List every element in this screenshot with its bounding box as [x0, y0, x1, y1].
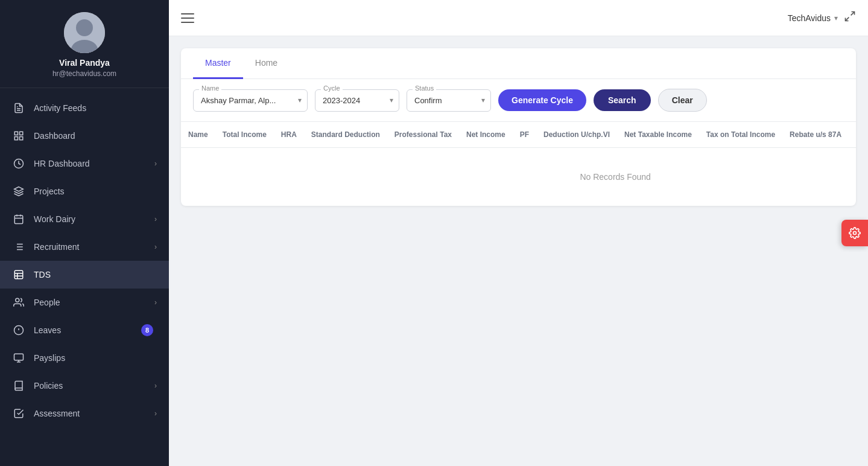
- sidebar-item-label: Leaves: [34, 325, 141, 335]
- no-records-row: No Records Found: [181, 148, 856, 206]
- tds-table: Name Total Income HRA Standard Deduction…: [181, 121, 856, 206]
- policies-icon: [12, 379, 25, 392]
- svg-rect-7: [20, 137, 23, 140]
- sidebar-item-label: Activity Feeds: [34, 103, 157, 113]
- chevron-right-icon: ›: [154, 381, 157, 390]
- svg-rect-21: [14, 270, 23, 279]
- svg-line-32: [851, 12, 855, 16]
- status-filter-label: Status: [413, 85, 436, 92]
- name-select[interactable]: Akshay Parmar, Alp...: [193, 89, 308, 112]
- projects-icon: [12, 185, 25, 198]
- payslips-icon: [12, 351, 25, 365]
- tds-icon: [12, 268, 25, 281]
- chevron-right-icon: ›: [154, 215, 157, 223]
- col-deduction: Deduction U/chp.VI: [536, 122, 617, 148]
- sidebar-item-label: Recruitment: [34, 242, 154, 252]
- col-rebate: Rebate u/s 87A: [782, 122, 849, 148]
- status-select[interactable]: Confirm: [407, 89, 491, 112]
- recruitment-icon: [12, 240, 25, 254]
- chevron-right-icon: ›: [154, 159, 157, 168]
- sidebar-item-label: People: [34, 298, 154, 307]
- content-area: Master Home Name Akshay Parmar, Alp... ▾…: [169, 36, 868, 466]
- user-name: Viral Pandya: [59, 58, 110, 68]
- leaves-badge: 8: [141, 324, 153, 336]
- table-body: No Records Found: [181, 148, 856, 206]
- user-profile-section: Viral Pandya hr@techavidus.com: [0, 0, 169, 88]
- svg-rect-11: [14, 215, 23, 224]
- cycle-select[interactable]: 2023-2024: [315, 89, 399, 112]
- assessment-icon: [12, 407, 25, 420]
- topbar-right: TechAvidus ▾: [788, 10, 856, 25]
- sidebar: Viral Pandya hr@techavidus.com Activity …: [0, 0, 169, 466]
- sidebar-item-hr-dashboard[interactable]: HR Dashboard ›: [0, 150, 169, 177]
- svg-point-34: [854, 232, 857, 235]
- tab-home[interactable]: Home: [243, 48, 290, 79]
- fullscreen-button[interactable]: [844, 10, 856, 25]
- col-pf: PF: [513, 122, 536, 148]
- svg-rect-6: [20, 132, 23, 135]
- leaves-icon: [12, 324, 25, 337]
- avatar: [64, 12, 105, 53]
- sidebar-item-dashboard[interactable]: Dashboard: [0, 122, 169, 150]
- svg-line-33: [846, 18, 849, 21]
- hr-dashboard-icon: [12, 157, 25, 170]
- sidebar-item-policies[interactable]: Policies ›: [0, 372, 169, 400]
- sidebar-item-work-dairy[interactable]: Work Dairy ›: [0, 205, 169, 233]
- topbar-left: [181, 13, 194, 23]
- sidebar-item-tds[interactable]: TDS: [0, 261, 169, 289]
- generate-cycle-button[interactable]: Generate Cycle: [498, 89, 586, 111]
- tds-table-wrapper: Name Total Income HRA Standard Deduction…: [181, 121, 856, 206]
- sidebar-item-payslips[interactable]: Payslips: [0, 344, 169, 372]
- col-name: Name: [181, 122, 215, 148]
- chevron-right-icon: ›: [154, 409, 157, 418]
- hamburger-button[interactable]: [181, 13, 194, 23]
- tabs: Master Home: [181, 48, 856, 79]
- col-ec-shec: EC/SHEC: [849, 122, 856, 148]
- user-email: hr@techavidus.com: [52, 69, 116, 78]
- dashboard-icon: [12, 129, 25, 142]
- tab-master[interactable]: Master: [193, 48, 243, 79]
- svg-rect-8: [14, 137, 17, 140]
- chevron-down-icon: ▾: [834, 14, 838, 22]
- sidebar-item-label: HR Dashboard: [34, 159, 154, 168]
- name-filter-field: Name Akshay Parmar, Alp... ▾: [193, 89, 308, 112]
- company-selector[interactable]: TechAvidus ▾: [788, 13, 838, 23]
- chevron-right-icon: ›: [154, 298, 157, 307]
- col-standard-deduction: Standard Deduction: [304, 122, 387, 148]
- settings-icon: [849, 227, 861, 239]
- sidebar-item-label: Payslips: [34, 353, 157, 363]
- sidebar-item-recruitment[interactable]: Recruitment ›: [0, 233, 169, 261]
- sidebar-item-people[interactable]: People ›: [0, 289, 169, 316]
- svg-marker-10: [14, 187, 24, 192]
- sidebar-item-projects[interactable]: Projects: [0, 177, 169, 205]
- table-header: Name Total Income HRA Standard Deduction…: [181, 122, 856, 148]
- clear-button[interactable]: Clear: [658, 89, 707, 112]
- sidebar-item-activity-feeds[interactable]: Activity Feeds: [0, 94, 169, 122]
- col-tax-on-total-income: Tax on Total Income: [699, 122, 782, 148]
- sidebar-item-label: Dashboard: [34, 131, 157, 141]
- activity-icon: [12, 101, 25, 115]
- col-professional-tax: Professional Tax: [387, 122, 459, 148]
- col-total-income: Total Income: [215, 122, 274, 148]
- search-button[interactable]: Search: [594, 89, 651, 111]
- filter-bar: Name Akshay Parmar, Alp... ▾ Cycle 2023-…: [181, 79, 856, 121]
- svg-rect-29: [14, 354, 24, 360]
- col-net-taxable-income: Net Taxable Income: [617, 122, 699, 148]
- topbar: TechAvidus ▾: [169, 0, 868, 36]
- main-content: TechAvidus ▾ Master Home Name: [169, 0, 868, 466]
- cycle-filter-field: Cycle 2023-2024 ▾: [315, 89, 399, 112]
- sidebar-item-leaves[interactable]: Leaves 8: [0, 316, 169, 344]
- sidebar-item-label: Work Dairy: [34, 214, 154, 224]
- svg-point-25: [16, 298, 19, 302]
- sidebar-item-label: Assessment: [34, 409, 154, 418]
- sidebar-item-assessment[interactable]: Assessment ›: [0, 400, 169, 427]
- tds-card: Master Home Name Akshay Parmar, Alp... ▾…: [181, 48, 856, 206]
- company-name: TechAvidus: [788, 13, 831, 23]
- settings-fab[interactable]: [841, 220, 868, 246]
- people-icon: [12, 296, 25, 309]
- col-hra: HRA: [274, 122, 304, 148]
- sidebar-item-label: TDS: [34, 270, 157, 279]
- name-filter-label: Name: [199, 85, 221, 92]
- svg-point-1: [76, 19, 93, 36]
- svg-rect-5: [14, 132, 17, 135]
